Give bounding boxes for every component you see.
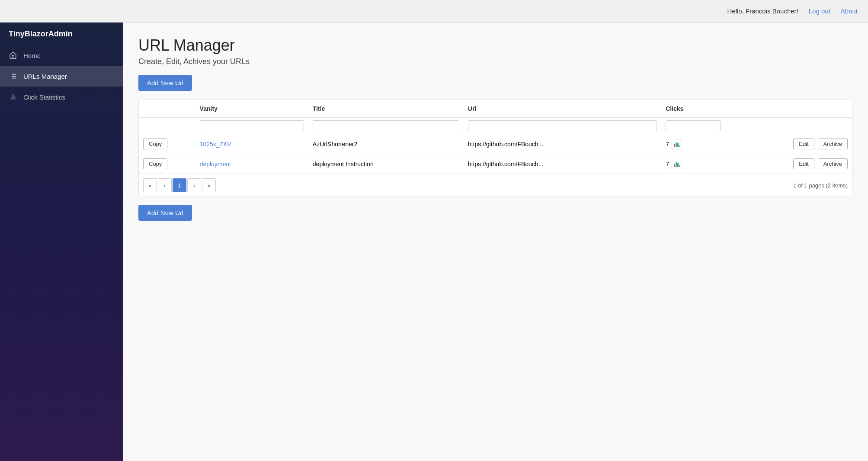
- actions-cell-row1: Edit Archive: [729, 139, 848, 149]
- sidebar-item-home-label: Home: [23, 52, 41, 59]
- sidebar-item-urls-manager-label: URLs Manager: [23, 73, 67, 80]
- vanity-link-row1[interactable]: 1025x_ZXV: [200, 141, 231, 148]
- url-table-container: Vanity Title Url Clicks: [138, 100, 852, 197]
- pagination-first-button[interactable]: «: [143, 178, 157, 192]
- url-cell-row1: https://github.com/FBouch...: [464, 134, 661, 154]
- svg-rect-11: [677, 143, 679, 147]
- about-link[interactable]: About: [841, 7, 858, 15]
- svg-rect-9: [674, 144, 675, 147]
- actions-cell-row2: Edit Archive: [729, 158, 848, 169]
- pagination-prev-button[interactable]: ‹: [158, 178, 172, 192]
- table-row: Copy deployment deployment Instruction h…: [139, 154, 852, 174]
- sidebar-item-home[interactable]: Home: [0, 45, 123, 66]
- logout-link[interactable]: Log out: [809, 7, 830, 15]
- pagination-info: 1 of 1 pages (2 items): [793, 182, 848, 189]
- svg-rect-12: [679, 145, 680, 147]
- home-icon: [9, 51, 17, 60]
- sidebar-item-click-statistics[interactable]: Click Statistics: [0, 87, 123, 107]
- content-area: URL Manager Create, Edit, Achives your U…: [123, 23, 868, 461]
- filter-clicks-input[interactable]: [666, 120, 721, 131]
- title-cell-row2: deployment Instruction: [308, 154, 464, 174]
- svg-rect-15: [677, 163, 679, 167]
- url-cell-row2: https://github.com/FBouch...: [464, 154, 661, 174]
- sidebar-item-click-statistics-label: Click Statistics: [23, 93, 65, 101]
- svg-rect-14: [676, 162, 677, 167]
- sidebar: TinyBlazorAdmin Home: [0, 23, 123, 461]
- urls-manager-icon: [9, 72, 17, 81]
- click-statistics-icon: [9, 93, 17, 101]
- archive-button-row1[interactable]: Archive: [818, 139, 848, 149]
- chart-icon-row1[interactable]: [672, 139, 682, 149]
- filter-title-input[interactable]: [313, 120, 459, 131]
- topbar: Hello, Francois Boucher! Log out About: [0, 0, 868, 23]
- col-header-actions: [725, 100, 852, 118]
- pagination-next-button[interactable]: ›: [187, 178, 201, 192]
- page-subtitle: Create, Edit, Achives your URLs: [138, 57, 852, 66]
- svg-rect-13: [674, 164, 675, 167]
- edit-button-row1[interactable]: Edit: [793, 139, 814, 149]
- clicks-count-row1: 7: [666, 141, 669, 148]
- add-new-url-bottom-button[interactable]: Add New Url: [138, 205, 192, 221]
- topbar-greeting: Hello, Francois Boucher!: [727, 7, 798, 15]
- pagination-page1-button[interactable]: 1: [173, 178, 186, 192]
- col-header-url: Url: [464, 100, 661, 118]
- sidebar-brand: TinyBlazorAdmin: [0, 23, 123, 45]
- pagination-row: « ‹ 1 › » 1 of 1 pages (2 items): [139, 174, 852, 197]
- pagination-last-button[interactable]: »: [202, 178, 216, 192]
- col-header-copy: [139, 100, 195, 118]
- page-title: URL Manager: [138, 36, 852, 55]
- vanity-link-row2[interactable]: deployment: [200, 161, 231, 168]
- clicks-cell-row1: 7: [666, 139, 721, 149]
- table-row: Copy 1025x_ZXV AzUrlShortener2 https://g…: [139, 134, 852, 154]
- pagination-controls: « ‹ 1 › »: [143, 178, 216, 192]
- svg-rect-16: [679, 165, 680, 167]
- copy-button-row1[interactable]: Copy: [143, 139, 167, 149]
- clicks-count-row2: 7: [666, 161, 669, 168]
- filter-row: [139, 118, 852, 134]
- sidebar-item-urls-manager[interactable]: URLs Manager: [0, 66, 123, 87]
- archive-button-row2[interactable]: Archive: [818, 158, 848, 169]
- clicks-cell-row2: 7: [666, 159, 721, 169]
- add-new-url-top-button[interactable]: Add New Url: [138, 75, 192, 91]
- filter-vanity-input[interactable]: [200, 120, 304, 131]
- title-cell-row1: AzUrlShortener2: [308, 134, 464, 154]
- edit-button-row2[interactable]: Edit: [793, 158, 814, 169]
- chart-icon-row2[interactable]: [672, 159, 682, 169]
- main-layout: TinyBlazorAdmin Home: [0, 23, 868, 461]
- table-header-row: Vanity Title Url Clicks: [139, 100, 852, 118]
- url-table: Vanity Title Url Clicks: [139, 100, 852, 174]
- col-header-vanity: Vanity: [195, 100, 308, 118]
- copy-button-row2[interactable]: Copy: [143, 158, 167, 169]
- col-header-title: Title: [308, 100, 464, 118]
- filter-url-input[interactable]: [468, 120, 657, 131]
- svg-rect-10: [676, 142, 677, 147]
- col-header-clicks: Clicks: [661, 100, 725, 118]
